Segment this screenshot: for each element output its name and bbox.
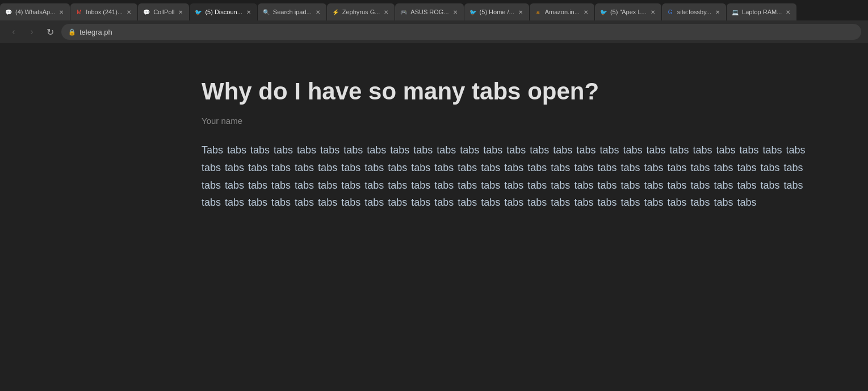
tab-favicon: G: [666, 8, 674, 16]
tab-close-button[interactable]: ✕: [245, 8, 253, 16]
tab-label: Search ipad...: [273, 9, 312, 15]
tab-favicon: 💻: [731, 8, 739, 16]
tab-close-button[interactable]: ✕: [57, 8, 65, 16]
tab-close-button[interactable]: ✕: [582, 8, 590, 16]
tab-zephyrus[interactable]: ⚡ Zephyrus G... ✕: [327, 3, 395, 20]
tab-close-button[interactable]: ✕: [382, 8, 390, 16]
tab-favicon: 🎮: [400, 8, 408, 16]
tab-gmail[interactable]: M Inbox (241)... ✕: [70, 3, 137, 20]
tab-laptop-ram[interactable]: 💻 Laptop RAM... ✕: [727, 3, 796, 20]
article-author: Your name: [202, 116, 826, 126]
tab-asus-rog[interactable]: 🎮 ASUS ROG... ✕: [395, 3, 463, 20]
tab-favicon: 💬: [5, 8, 12, 16]
tab-whatsapp[interactable]: 💬 (4) WhatsAp... ✕: [0, 3, 70, 20]
tab-favicon: 🔍: [262, 8, 270, 16]
article: Why do I have so many tabs open? Your na…: [202, 77, 826, 211]
tab-label: (5) Discoun...: [205, 9, 242, 15]
refresh-button[interactable]: ↻: [43, 25, 57, 39]
address-bar: ‹ › ↻ 🔒 telegra.ph: [0, 20, 868, 43]
tab-label: CollPoll: [153, 9, 174, 15]
tab-close-button[interactable]: ✕: [177, 8, 184, 16]
tab-bar: 💬 (4) WhatsAp... ✕ M Inbox (241)... ✕ 💬 …: [0, 0, 868, 20]
tab-twitter-discount[interactable]: 🐦 (5) Discoun... ✕: [190, 3, 257, 20]
tab-label: Inbox (241)...: [86, 9, 123, 15]
browser-chrome: 💬 (4) WhatsAp... ✕ M Inbox (241)... ✕ 💬 …: [0, 0, 868, 43]
tab-close-button[interactable]: ✕: [125, 8, 133, 16]
tab-close-button[interactable]: ✕: [784, 8, 792, 16]
tab-label: Laptop RAM...: [742, 9, 782, 15]
tab-favicon: 🐦: [469, 8, 477, 16]
tab-label: (4) WhatsAp...: [15, 9, 55, 15]
tab-twitter-home[interactable]: 🐦 (5) Home /... ✕: [464, 3, 529, 20]
tab-favicon: 💬: [142, 8, 150, 16]
tab-close-button[interactable]: ✕: [451, 8, 459, 16]
tab-favicon: 🐦: [194, 8, 202, 16]
lock-icon: 🔒: [68, 28, 76, 36]
tab-close-button[interactable]: ✕: [517, 8, 525, 16]
article-body: Tabs tabs tabs tabs tabs tabs tabs tabs …: [202, 142, 826, 211]
tab-amazon[interactable]: a Amazon.in... ✕: [530, 3, 594, 20]
forward-button[interactable]: ›: [25, 25, 39, 39]
address-input[interactable]: 🔒 telegra.ph: [61, 24, 861, 40]
tab-label: Amazon.in...: [545, 9, 580, 15]
back-button[interactable]: ‹: [7, 25, 20, 39]
tab-favicon: ⚡: [332, 8, 339, 16]
tab-label: (5) Home /...: [480, 9, 514, 15]
tab-label: (5) "Apex L...: [610, 9, 647, 15]
tab-search-ipad[interactable]: 🔍 Search ipad... ✕: [258, 3, 326, 20]
url-text: telegra.ph: [79, 28, 112, 36]
tab-close-button[interactable]: ✕: [714, 8, 722, 16]
tab-favicon: M: [75, 8, 83, 16]
tab-close-button[interactable]: ✕: [649, 8, 657, 16]
tab-label: ASUS ROG...: [410, 9, 448, 15]
tab-twitter-apex[interactable]: 🐦 (5) "Apex L... ✕: [595, 3, 661, 20]
tab-google-site[interactable]: G site:fossby... ✕: [662, 3, 726, 20]
tab-close-button[interactable]: ✕: [314, 8, 322, 16]
article-title: Why do I have so many tabs open?: [202, 77, 826, 106]
tab-favicon: a: [534, 8, 542, 16]
tab-collpoll[interactable]: 💬 CollPoll ✕: [138, 3, 189, 20]
tab-label: Zephyrus G...: [342, 9, 380, 15]
tab-favicon: 🐦: [599, 8, 607, 16]
page-content: Why do I have so many tabs open? Your na…: [0, 43, 868, 391]
tab-label: site:fossby...: [677, 9, 711, 15]
